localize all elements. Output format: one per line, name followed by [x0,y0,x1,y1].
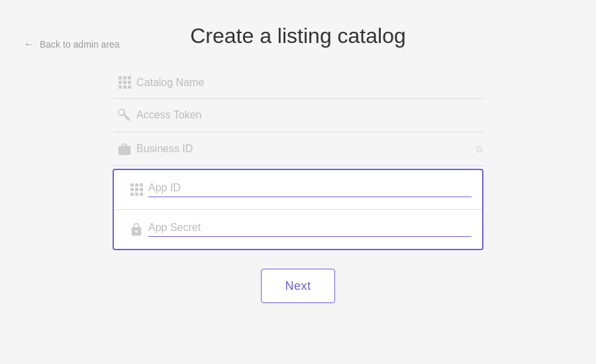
catalog-name-row [113,67,483,99]
app-id-row [114,170,482,210]
business-id-input[interactable] [136,143,475,155]
create-catalog-form: ⊙ Next [113,67,483,303]
grid-icon [113,76,136,89]
highlighted-fields-section [113,169,483,250]
access-token-input[interactable] [136,109,483,121]
app-id-input[interactable] [148,182,472,197]
briefcase-icon [113,142,136,156]
business-id-row: ⊙ [113,132,483,166]
business-id-spinner: ⊙ [475,144,483,154]
back-to-admin-link[interactable]: ← Back to admin area [24,38,120,50]
app-id-grid-icon [124,183,148,196]
next-button[interactable]: Next [261,269,335,303]
next-button-container: Next [113,269,483,303]
key-icon [113,108,136,122]
access-token-row [113,99,483,132]
app-secret-row [114,210,482,249]
app-secret-input[interactable] [148,222,472,237]
app-secret-lock-icon [124,222,148,237]
back-link-label: Back to admin area [40,39,120,50]
back-arrow-icon: ← [24,38,34,50]
catalog-name-input[interactable] [136,77,483,89]
